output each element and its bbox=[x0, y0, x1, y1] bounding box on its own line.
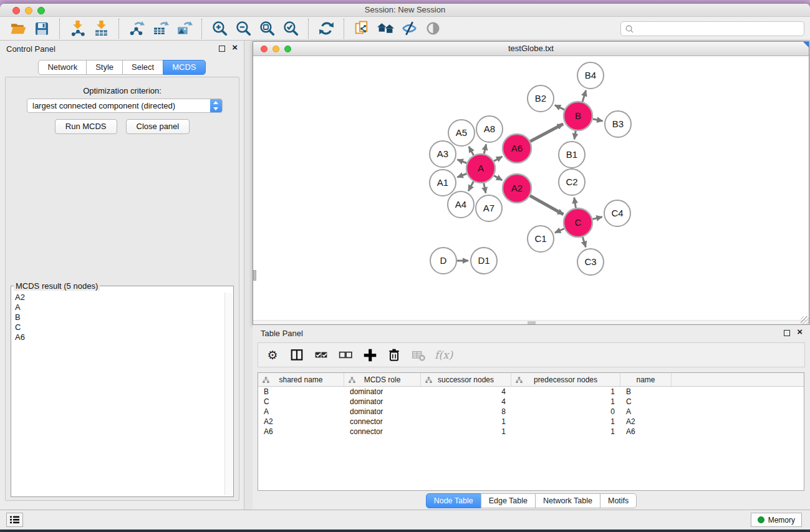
column-header-name[interactable]: name bbox=[620, 373, 672, 386]
search-input[interactable] bbox=[634, 22, 804, 35]
table-cell[interactable]: A bbox=[258, 407, 344, 416]
delete-row-icon[interactable] bbox=[386, 347, 402, 363]
zoom-selected-icon[interactable] bbox=[281, 19, 301, 38]
graph-edge-A-A3[interactable] bbox=[457, 160, 466, 163]
result-scrollbar[interactable] bbox=[224, 293, 233, 495]
resize-grip-icon[interactable] bbox=[801, 316, 809, 324]
network-hscroll[interactable] bbox=[253, 320, 809, 324]
show-graphics-icon[interactable] bbox=[423, 19, 443, 38]
table-cell[interactable]: 1 bbox=[511, 417, 620, 426]
column-header-predecessor-nodes[interactable]: predecessor nodes bbox=[511, 373, 620, 386]
zoom-out-icon[interactable] bbox=[233, 19, 253, 38]
graph-edge-C-C1[interactable] bbox=[555, 229, 564, 233]
memory-button[interactable]: Memory bbox=[751, 513, 802, 527]
clone-network-icon[interactable] bbox=[352, 19, 372, 38]
table-cell[interactable]: A bbox=[620, 407, 672, 416]
mcds-result-item[interactable]: A6 bbox=[12, 332, 223, 342]
tab-edge-table[interactable]: Edge Table bbox=[481, 493, 536, 508]
minimize-window-icon[interactable] bbox=[25, 7, 32, 14]
table-cell[interactable]: C bbox=[620, 397, 672, 406]
open-folder-icon[interactable] bbox=[8, 19, 28, 38]
graph-edge-A-A4[interactable] bbox=[468, 181, 473, 191]
table-row[interactable]: Adominator80A bbox=[258, 407, 804, 417]
app-titlebar[interactable]: Session: New Session bbox=[0, 4, 810, 17]
graph-edge-A-A8[interactable] bbox=[484, 144, 486, 153]
graph-edge-B-B3[interactable] bbox=[593, 119, 603, 121]
table-cell[interactable]: 0 bbox=[511, 407, 620, 416]
network-graph[interactable]: B4B2BB3A8A5A6A3B1AC2A1A2A4A7C4CC1C3DD1 bbox=[253, 56, 809, 321]
mcds-result-list[interactable]: A2ABCA6 bbox=[12, 293, 223, 495]
import-table-icon[interactable] bbox=[91, 19, 111, 38]
mcds-result-item[interactable]: A2 bbox=[12, 293, 223, 302]
column-header-shared-name[interactable]: shared name bbox=[258, 373, 344, 386]
graph-edge-A-A1[interactable] bbox=[457, 174, 466, 178]
search-field[interactable] bbox=[620, 21, 804, 36]
tab-node-table[interactable]: Node Table bbox=[426, 493, 481, 508]
task-history-button[interactable] bbox=[6, 513, 23, 527]
column-header-MCDS-role[interactable]: MCDS role bbox=[344, 373, 421, 386]
table-cell[interactable]: dominator bbox=[344, 387, 421, 396]
close-panel-button[interactable]: Close panel bbox=[126, 119, 190, 134]
deselect-all-icon[interactable] bbox=[337, 347, 354, 363]
mcds-result-item[interactable]: C bbox=[12, 322, 223, 332]
graph-edge-B-B1[interactable] bbox=[574, 131, 576, 140]
tab-network-table[interactable]: Network Table bbox=[535, 493, 600, 508]
table-row[interactable]: A6connector11A6 bbox=[258, 427, 804, 437]
table-body[interactable]: Bdominator41BCdominator41CAdominator80AA… bbox=[258, 387, 804, 437]
graph-edge-A-A5[interactable] bbox=[469, 147, 474, 155]
graph-edge-C-C4[interactable] bbox=[592, 217, 602, 220]
select-all-icon[interactable] bbox=[313, 347, 329, 363]
table-cell[interactable]: 4 bbox=[421, 397, 511, 406]
refresh-layout-icon[interactable] bbox=[316, 19, 336, 38]
table-cell[interactable]: A2 bbox=[620, 417, 672, 426]
graph-edge-A-A2[interactable] bbox=[494, 176, 502, 180]
table-cell[interactable]: connector bbox=[344, 417, 421, 426]
float-panel-icon[interactable] bbox=[219, 46, 225, 52]
close-panel-icon[interactable]: × bbox=[232, 42, 238, 52]
graph-edge-A-A7[interactable] bbox=[484, 183, 486, 193]
table-row[interactable]: Bdominator41B bbox=[258, 387, 804, 397]
run-mcds-button[interactable]: Run MCDS bbox=[55, 119, 117, 134]
import-network-icon[interactable] bbox=[67, 19, 87, 38]
table-cell[interactable]: 1 bbox=[511, 427, 620, 436]
graph-edge-B-B2[interactable] bbox=[555, 105, 565, 110]
export-network-icon[interactable] bbox=[127, 19, 147, 38]
graph-edge-A6-B[interactable] bbox=[530, 124, 563, 142]
table-cell[interactable]: connector bbox=[344, 427, 421, 436]
table-row[interactable]: Cdominator41C bbox=[258, 397, 804, 407]
save-icon[interactable] bbox=[32, 19, 52, 38]
table-cell[interactable]: C bbox=[258, 397, 344, 406]
network-vscroll-thumb[interactable] bbox=[253, 270, 256, 281]
table-cell[interactable]: dominator bbox=[344, 407, 421, 416]
tab-select[interactable]: Select bbox=[122, 60, 163, 75]
table-cell[interactable]: B bbox=[620, 387, 672, 396]
tab-mcds[interactable]: MCDS bbox=[163, 60, 205, 75]
zoom-window-icon[interactable] bbox=[37, 7, 45, 14]
table-row[interactable]: A2connector11A2 bbox=[258, 417, 804, 427]
mcds-result-item[interactable]: B bbox=[12, 312, 223, 322]
zoom-fit-icon[interactable] bbox=[257, 19, 277, 38]
zoom-in-icon[interactable] bbox=[210, 19, 229, 38]
close-window-icon[interactable] bbox=[12, 7, 20, 14]
table-cell[interactable]: 4 bbox=[421, 387, 511, 396]
column-header-successor-nodes[interactable]: successor nodes bbox=[421, 373, 511, 386]
close-network-icon[interactable] bbox=[261, 46, 268, 52]
hide-graphics-icon[interactable] bbox=[399, 19, 419, 38]
table-cell[interactable]: A6 bbox=[620, 427, 672, 436]
graph-edge-C-C3[interactable] bbox=[582, 237, 586, 247]
network-canvas[interactable]: B4B2BB3A8A5A6A3B1AC2A1A2A4A7C4CC1C3DD1 bbox=[253, 56, 809, 324]
graph-edge-A-A6[interactable] bbox=[494, 157, 502, 161]
table-cell[interactable]: 1 bbox=[421, 417, 511, 426]
float-table-panel-icon[interactable] bbox=[784, 330, 790, 336]
export-image-icon[interactable] bbox=[174, 19, 194, 38]
tab-network[interactable]: Network bbox=[38, 60, 87, 75]
table-cell[interactable]: 1 bbox=[511, 397, 620, 406]
minimize-network-icon[interactable] bbox=[272, 46, 279, 52]
delete-table-icon[interactable] bbox=[410, 347, 427, 363]
network-hscroll-thumb[interactable] bbox=[528, 321, 536, 324]
graph-edge-A2-C[interactable] bbox=[530, 196, 564, 215]
graph-edge-C-C2[interactable] bbox=[574, 198, 576, 208]
criterion-dropdown[interactable]: largest connected component (directed) bbox=[27, 99, 223, 113]
graph-edge-B-B4[interactable] bbox=[582, 90, 586, 102]
table-cell[interactable]: A2 bbox=[258, 417, 344, 426]
